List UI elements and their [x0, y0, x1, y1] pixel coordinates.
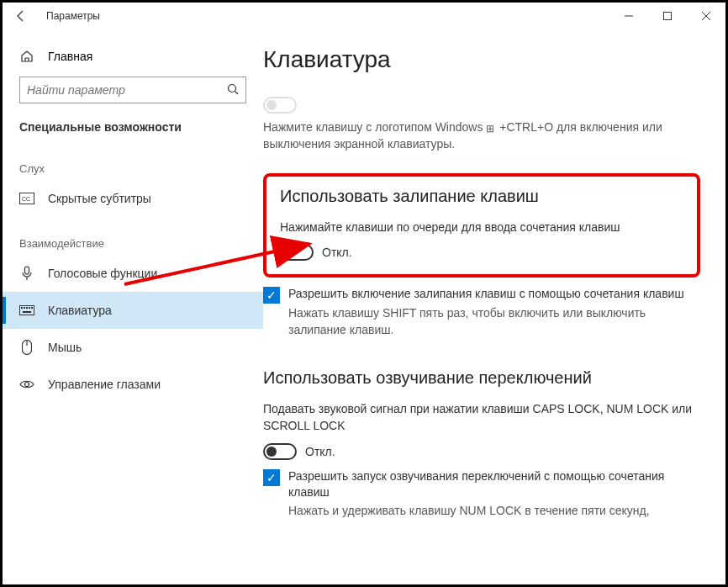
toggle-keys-toggle-state: Откл.: [305, 445, 335, 458]
main-content: Клавиатура Нажмите клавишу с логотипом W…: [263, 29, 725, 584]
eye-icon: [19, 379, 34, 389]
svg-text:CC: CC: [22, 196, 30, 202]
checkbox-label: Разрешить запуск озвучивания переключени…: [288, 468, 700, 501]
sidebar-item-label: Управление глазами: [48, 378, 161, 391]
search-input[interactable]: [19, 77, 246, 103]
sticky-keys-desc: Нажимайте клавиши по очереди для ввода с…: [280, 219, 683, 236]
svg-rect-12: [29, 307, 30, 309]
sidebar-item-label: Голосовые функции: [48, 267, 157, 280]
titlebar: Параметры: [3, 3, 725, 29]
cc-icon: CC: [19, 193, 34, 204]
sticky-keys-highlight: Использовать залипание клавиш Нажимайте …: [263, 173, 700, 278]
mouse-icon: [19, 340, 34, 355]
checkbox-label: Разрешить включение залипания клавиш с п…: [288, 286, 684, 303]
section-label-interaction: Взаимодействие: [3, 217, 263, 255]
sidebar-item-label: Клавиатура: [48, 304, 112, 317]
windows-logo-icon: [486, 119, 496, 130]
svg-point-2: [229, 84, 236, 92]
toggle-keys-desc: Подавать звуковой сигнал при нажатии кла…: [263, 401, 700, 434]
toggle-ghost: [263, 97, 297, 114]
category-title: Специальные возможности: [3, 112, 263, 142]
sidebar-item-mouse[interactable]: Мышь: [3, 329, 263, 366]
section-label-hearing: Слух: [3, 142, 263, 180]
svg-point-17: [25, 383, 29, 387]
window-title: Параметры: [40, 10, 609, 22]
svg-rect-1: [664, 13, 672, 20]
checkbox-checked-icon[interactable]: ✓: [263, 287, 280, 304]
toggle-keys-toggle[interactable]: [263, 443, 297, 460]
sidebar-item-keyboard[interactable]: Клавиатура: [3, 292, 263, 329]
checkbox-hint: Нажать и удерживать клавишу NUM LOCK в т…: [288, 503, 700, 520]
page-title: Клавиатура: [263, 46, 700, 73]
sidebar-item-eye[interactable]: Управление глазами: [3, 366, 263, 403]
sticky-keys-toggle[interactable]: [280, 244, 314, 261]
home-icon: [19, 50, 34, 63]
search-icon: [227, 83, 239, 98]
close-button[interactable]: [687, 3, 725, 29]
sidebar-item-label: Скрытые субтитры: [48, 192, 151, 205]
onscreen-keyboard-hint: Нажмите клавишу с логотипом Windows +CTR…: [263, 119, 700, 153]
checkbox-hint: Нажать клавишу SHIFT пять раз, чтобы вкл…: [288, 305, 700, 338]
home-label: Главная: [48, 50, 92, 63]
svg-rect-6: [25, 267, 29, 274]
microphone-icon: [19, 266, 34, 281]
checkbox-checked-icon[interactable]: ✓: [263, 469, 280, 486]
svg-rect-14: [23, 311, 31, 313]
sticky-keys-heading: Использовать залипание клавиш: [280, 187, 683, 206]
partial-toggle-row: [263, 97, 700, 114]
sidebar-item-label: Мышь: [48, 341, 82, 354]
maximize-button[interactable]: [648, 3, 687, 29]
home-nav[interactable]: Главная: [3, 40, 263, 73]
sidebar: Главная Специальные возможности Слух CC …: [3, 29, 263, 584]
svg-rect-10: [24, 307, 25, 309]
svg-rect-9: [21, 307, 23, 309]
sticky-keys-shortcut-checkbox-row: ✓ Разрешить включение залипания клавиш с…: [263, 286, 700, 304]
toggle-keys-heading: Использовать озвучивание переключений: [263, 368, 700, 388]
back-button[interactable]: [3, 3, 40, 29]
sidebar-item-voice[interactable]: Голосовые функции: [3, 255, 263, 292]
svg-rect-13: [31, 307, 33, 309]
svg-line-3: [235, 91, 239, 94]
sidebar-item-subtitles[interactable]: CC Скрытые субтитры: [3, 180, 263, 217]
search-field[interactable]: [27, 83, 227, 97]
svg-rect-11: [26, 307, 28, 309]
minimize-button[interactable]: [609, 3, 648, 29]
sticky-keys-toggle-state: Откл.: [322, 246, 352, 259]
keyboard-icon: [19, 305, 34, 315]
